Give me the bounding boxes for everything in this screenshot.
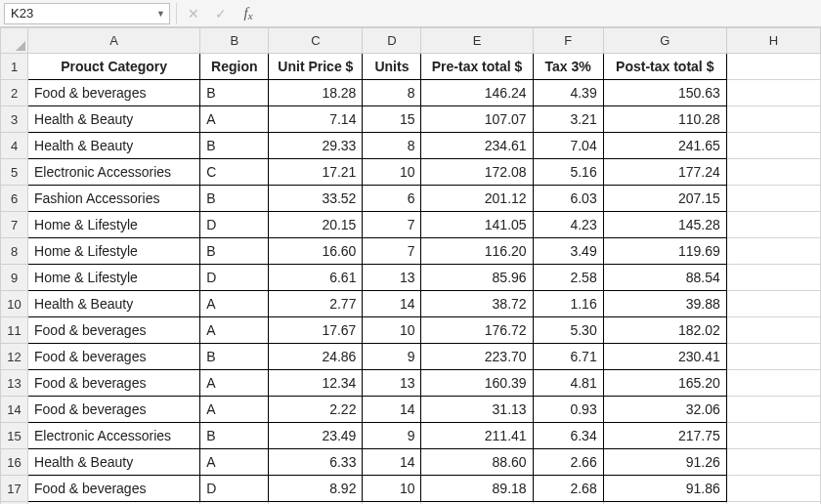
cell[interactable]: 5.30: [533, 317, 603, 344]
cell[interactable]: Health & Beauty: [28, 106, 200, 133]
cell[interactable]: 88.60: [421, 449, 533, 476]
cell[interactable]: 32.06: [603, 397, 726, 423]
row-header[interactable]: 13: [1, 370, 28, 397]
cell[interactable]: B: [200, 344, 269, 370]
cell[interactable]: [726, 133, 820, 159]
cell[interactable]: C: [200, 159, 269, 186]
row-header[interactable]: 11: [1, 317, 28, 344]
cell[interactable]: Health & Beauty: [28, 449, 200, 476]
cell[interactable]: Food & beverages: [28, 317, 200, 344]
col-header-G[interactable]: G: [603, 28, 726, 54]
cell[interactable]: 88.54: [603, 265, 726, 291]
cell[interactable]: [726, 238, 820, 265]
cell[interactable]: 14: [363, 291, 421, 317]
cell[interactable]: 12.34: [269, 370, 363, 397]
cell[interactable]: 6.61: [269, 265, 363, 291]
cell[interactable]: [726, 212, 820, 238]
cell[interactable]: 119.69: [603, 238, 726, 265]
cell[interactable]: Food & beverages: [28, 80, 200, 106]
cell[interactable]: 172.08: [421, 159, 533, 186]
cell[interactable]: 7: [363, 212, 421, 238]
cell[interactable]: B: [200, 238, 269, 265]
name-box[interactable]: K23 ▼: [4, 3, 170, 24]
cell[interactable]: 7: [363, 238, 421, 265]
header-cell[interactable]: Units: [363, 54, 421, 80]
cell[interactable]: 107.07: [421, 106, 533, 133]
cell[interactable]: 4.81: [533, 370, 603, 397]
row-header[interactable]: 4: [1, 133, 28, 159]
cell[interactable]: 145.28: [603, 212, 726, 238]
col-header-F[interactable]: F: [533, 28, 603, 54]
cell[interactable]: 223.70: [421, 344, 533, 370]
cell[interactable]: Health & Beauty: [28, 291, 200, 317]
enter-icon[interactable]: ✓: [210, 3, 232, 24]
cell[interactable]: [726, 317, 820, 344]
cell[interactable]: 201.12: [421, 186, 533, 212]
cell[interactable]: 182.02: [603, 317, 726, 344]
row-header[interactable]: 10: [1, 291, 28, 317]
cell[interactable]: 1.16: [533, 291, 603, 317]
cell[interactable]: 89.18: [421, 476, 533, 502]
row-header[interactable]: 9: [1, 265, 28, 291]
header-cell[interactable]: Region: [200, 54, 269, 80]
header-cell[interactable]: Tax 3%: [533, 54, 603, 80]
cell[interactable]: Electronic Accessories: [28, 423, 200, 449]
cell[interactable]: A: [200, 291, 269, 317]
cell[interactable]: 8: [363, 133, 421, 159]
cell[interactable]: 17.67: [269, 317, 363, 344]
cell[interactable]: [726, 80, 820, 106]
cell[interactable]: [726, 291, 820, 317]
col-header-C[interactable]: C: [269, 28, 363, 54]
cancel-icon[interactable]: ✕: [183, 3, 204, 24]
cell[interactable]: Home & Lifestyle: [28, 238, 200, 265]
cell[interactable]: 38.72: [421, 291, 533, 317]
cell[interactable]: [726, 449, 820, 476]
cell[interactable]: 8: [363, 80, 421, 106]
cell[interactable]: 5.16: [533, 159, 603, 186]
cell[interactable]: 16.60: [269, 238, 363, 265]
cell[interactable]: 2.66: [533, 449, 603, 476]
cell[interactable]: A: [200, 317, 269, 344]
cell[interactable]: [726, 423, 820, 449]
cell[interactable]: 91.26: [603, 449, 726, 476]
cell[interactable]: 207.15: [603, 186, 726, 212]
cell[interactable]: 33.52: [269, 186, 363, 212]
header-cell[interactable]: Pre-tax total $: [421, 54, 533, 80]
cell[interactable]: 10: [363, 159, 421, 186]
row-header[interactable]: 6: [1, 186, 28, 212]
cell[interactable]: 13: [363, 265, 421, 291]
cell[interactable]: [726, 476, 820, 502]
cell[interactable]: Food & beverages: [28, 476, 200, 502]
cell[interactable]: Fashion Accessories: [28, 186, 200, 212]
cell[interactable]: 3.21: [533, 106, 603, 133]
cell[interactable]: 211.41: [421, 423, 533, 449]
cell[interactable]: [726, 344, 820, 370]
spreadsheet-grid[interactable]: A B C D E F G H 1Prouct CategoryRegionUn…: [0, 27, 821, 504]
cell[interactable]: B: [200, 186, 269, 212]
cell[interactable]: 18.28: [269, 80, 363, 106]
cell[interactable]: 6.33: [269, 449, 363, 476]
cell[interactable]: 241.65: [603, 133, 726, 159]
cell[interactable]: 150.63: [603, 80, 726, 106]
cell[interactable]: Electronic Accessories: [28, 159, 200, 186]
cell[interactable]: 217.75: [603, 423, 726, 449]
cell[interactable]: Food & beverages: [28, 397, 200, 423]
cell[interactable]: 146.24: [421, 80, 533, 106]
cell[interactable]: A: [200, 449, 269, 476]
cell[interactable]: A: [200, 370, 269, 397]
col-header-B[interactable]: B: [200, 28, 269, 54]
cell[interactable]: [726, 106, 820, 133]
cell[interactable]: B: [200, 133, 269, 159]
cell[interactable]: 160.39: [421, 370, 533, 397]
cell[interactable]: 176.72: [421, 317, 533, 344]
cell[interactable]: [726, 370, 820, 397]
cell[interactable]: 14: [363, 397, 421, 423]
cell[interactable]: D: [200, 476, 269, 502]
cell[interactable]: 9: [363, 344, 421, 370]
row-header[interactable]: 15: [1, 423, 28, 449]
cell[interactable]: 24.86: [269, 344, 363, 370]
cell[interactable]: Food & beverages: [28, 370, 200, 397]
cell[interactable]: 4.39: [533, 80, 603, 106]
cell[interactable]: B: [200, 80, 269, 106]
fx-icon[interactable]: fx: [238, 3, 259, 24]
